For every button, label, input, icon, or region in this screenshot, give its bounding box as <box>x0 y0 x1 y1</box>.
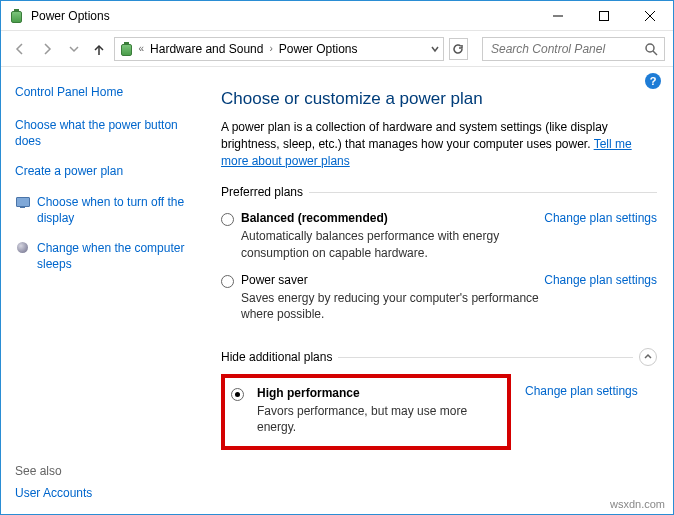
section-label: Preferred plans <box>221 185 303 199</box>
sidebar-link-power-button[interactable]: Choose what the power button does <box>15 117 199 149</box>
window-title: Power Options <box>31 9 110 23</box>
control-panel-home-link[interactable]: Control Panel Home <box>15 85 199 99</box>
sidebar-item-label: Change when the computer sleeps <box>37 240 199 272</box>
user-accounts-link[interactable]: User Accounts <box>15 486 92 500</box>
main-content: Choose or customize a power plan A power… <box>211 69 673 514</box>
sidebar-link-turn-off-display[interactable]: Choose when to turn off the display <box>15 194 199 226</box>
hide-label: Hide additional plans <box>221 350 332 364</box>
see-also-heading: See also <box>15 464 62 478</box>
highlighted-plan: High performance Favors performance, but… <box>221 374 511 449</box>
collapse-button[interactable] <box>639 348 657 366</box>
change-plan-power-saver[interactable]: Change plan settings <box>544 273 657 287</box>
search-input[interactable] <box>489 41 644 57</box>
address-icon <box>119 41 135 57</box>
radio-balanced[interactable] <box>221 213 234 226</box>
recent-locations[interactable] <box>63 37 84 61</box>
close-button[interactable] <box>627 1 673 31</box>
chevron-right-icon: › <box>269 43 272 54</box>
up-button[interactable] <box>90 39 108 59</box>
search-box[interactable] <box>482 37 665 61</box>
plan-title: High performance <box>257 386 497 400</box>
address-bar[interactable]: « Hardware and Sound › Power Options <box>114 37 444 61</box>
plan-desc: Favors performance, but may use more ene… <box>257 403 497 435</box>
forward-button[interactable] <box>36 37 57 61</box>
radio-high-performance[interactable] <box>231 388 244 401</box>
change-plan-balanced[interactable]: Change plan settings <box>544 211 657 225</box>
back-button[interactable] <box>9 37 30 61</box>
plan-desc: Saves energy by reducing your computer's… <box>241 290 551 322</box>
page-title: Choose or customize a power plan <box>221 89 657 109</box>
minimize-button[interactable] <box>535 1 581 31</box>
sidebar-item-label: Choose what the power button does <box>15 117 199 149</box>
address-dropdown[interactable] <box>431 42 439 56</box>
moon-icon <box>15 240 31 256</box>
sidebar-link-create-plan[interactable]: Create a power plan <box>15 163 199 179</box>
svg-line-6 <box>653 51 657 55</box>
crumb-sep: « <box>139 43 145 54</box>
desc-text: A power plan is a collection of hardware… <box>221 120 608 151</box>
plan-balanced: Balanced (recommended) Automatically bal… <box>221 205 657 266</box>
page-description: A power plan is a collection of hardware… <box>221 119 641 169</box>
plan-desc: Automatically balances performance with … <box>241 228 551 260</box>
sidebar-link-sleep[interactable]: Change when the computer sleeps <box>15 240 199 272</box>
search-icon <box>644 42 658 56</box>
divider <box>338 357 633 358</box>
radio-power-saver[interactable] <box>221 275 234 288</box>
breadcrumb-hardware[interactable]: Hardware and Sound <box>148 42 265 56</box>
plan-power-saver: Power saver Saves energy by reducing you… <box>221 267 657 328</box>
power-options-icon <box>9 8 25 24</box>
svg-point-5 <box>646 44 654 52</box>
sidebar-item-label: Create a power plan <box>15 163 199 179</box>
navbar: « Hardware and Sound › Power Options <box>1 31 673 67</box>
watermark: wsxdn.com <box>610 498 665 510</box>
sidebar-item-label: Choose when to turn off the display <box>37 194 199 226</box>
preferred-plans-heading: Preferred plans <box>221 185 657 199</box>
window-controls <box>535 1 673 31</box>
change-plan-high-performance[interactable]: Change plan settings <box>525 384 638 398</box>
divider <box>309 192 657 193</box>
monitor-icon <box>15 194 31 210</box>
breadcrumb-power[interactable]: Power Options <box>277 42 360 56</box>
refresh-button[interactable] <box>449 38 469 60</box>
titlebar: Power Options <box>1 1 673 31</box>
sidebar: Control Panel Home Choose what the power… <box>1 69 211 514</box>
svg-rect-1 <box>600 11 609 20</box>
hide-additional-heading: Hide additional plans <box>221 348 657 366</box>
maximize-button[interactable] <box>581 1 627 31</box>
